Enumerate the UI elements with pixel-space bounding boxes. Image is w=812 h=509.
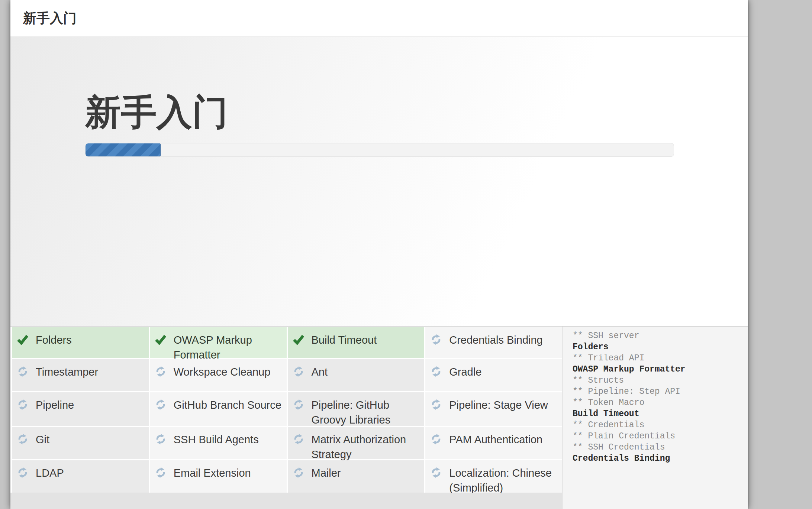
plugin-cell: Localization: Chinese (Simplified) [425,460,562,493]
refresh-icon [431,467,442,478]
refresh-icon [155,434,166,445]
titlebar: 新手入门 [10,0,748,37]
plugin-name: PAM Authentication [449,432,542,447]
log-line: ** SSH server [573,330,748,341]
plugin-cell: Email Extension [150,460,287,493]
install-section: Folders OWASP Markup Formatter Build Tim… [10,326,748,509]
plugin-name: Pipeline: Stage View [449,398,548,412]
check-icon [293,334,304,345]
log-line: Folders [573,341,748,353]
page-title: 新手入门 [85,94,228,131]
grid-footer [10,493,562,509]
plugin-name: Timestamper [36,364,98,379]
plugin-cell: LDAP [12,460,149,493]
log-line: ** SSH Credentials [573,442,748,453]
plugin-name: Mailer [312,466,341,480]
plugin-cell: OWASP Markup Formatter [150,327,287,358]
log-line: Credentials Binding [573,453,748,464]
refresh-icon [293,366,304,377]
refresh-icon [155,399,166,410]
refresh-icon [293,434,304,445]
plugin-name: Workspace Cleanup [174,364,271,379]
plugin-cell: PAM Authentication [425,427,562,459]
setup-wizard-dialog: 新手入门 新手入门 Folders OWASP Markup Formatter… [10,0,748,509]
log-line: ** Credentials [573,419,748,431]
progress-bar [85,143,674,157]
refresh-icon [431,334,442,345]
plugin-name: Build Timeout [312,333,377,347]
plugin-name: Git [36,432,49,447]
check-icon [155,334,166,345]
plugin-cell: Pipeline: Stage View [425,392,562,426]
plugin-cell: Mailer [288,460,425,493]
plugin-name: LDAP [36,466,64,480]
log-line: ** Plain Credentials [573,431,748,442]
refresh-icon [431,434,442,445]
refresh-icon [155,366,166,377]
plugin-cell: Credentials Binding [425,327,562,358]
log-line: ** Structs [573,375,748,386]
plugin-cell: Pipeline: GitHub Groovy Libraries [288,392,425,426]
refresh-icon [431,366,442,377]
plugin-name: OWASP Markup Formatter [174,333,283,362]
plugin-grid-column: Folders OWASP Markup Formatter Build Tim… [10,327,562,509]
plugin-name: Email Extension [174,466,251,480]
refresh-icon [17,366,28,377]
plugin-cell: Pipeline [12,392,149,426]
log-line: Build Timeout [573,408,748,419]
progress-fill [86,143,161,156]
refresh-icon [293,467,304,478]
log-line: OWASP Markup Formatter [573,364,748,375]
hero-panel: 新手入门 [10,37,748,326]
install-log: ** SSH serverFolders** Trilead APIOWASP … [562,327,748,509]
plugin-name: Ant [312,364,328,379]
refresh-icon [17,399,28,410]
plugin-cell: Build Timeout [288,327,425,358]
page-background: 新手入门 新手入门 Folders OWASP Markup Formatter… [0,0,812,509]
plugin-name: Localization: Chinese (Simplified) [449,466,558,495]
check-icon [17,334,28,345]
log-line: ** Token Macro [573,397,748,408]
plugin-name: Pipeline [36,398,74,412]
plugin-name: Credentials Binding [449,333,542,347]
plugin-name: Gradle [449,364,481,379]
plugin-cell: Folders [12,327,149,358]
plugin-cell: Workspace Cleanup [150,359,287,391]
plugin-grid: Folders OWASP Markup Formatter Build Tim… [10,327,562,493]
refresh-icon [293,399,304,410]
plugin-cell: Ant [288,359,425,391]
plugin-cell: GitHub Branch Source [150,392,287,426]
plugin-name: Folders [36,333,72,347]
refresh-icon [17,467,28,478]
window-title: 新手入门 [23,9,77,27]
refresh-icon [431,399,442,410]
log-line: ** Pipeline: Step API [573,386,748,397]
plugin-name: Pipeline: GitHub Groovy Libraries [312,398,421,427]
plugin-name: SSH Build Agents [174,432,259,447]
plugin-cell: Timestamper [12,359,149,391]
log-line: ** Trilead API [573,353,748,364]
refresh-icon [155,467,166,478]
plugin-cell: Git [12,427,149,459]
plugin-name: GitHub Branch Source [174,398,281,412]
refresh-icon [17,434,28,445]
plugin-cell: Matrix Authorization Strategy [288,427,425,459]
plugin-cell: SSH Build Agents [150,427,287,459]
plugin-cell: Gradle [425,359,562,391]
plugin-name: Matrix Authorization Strategy [312,432,421,462]
